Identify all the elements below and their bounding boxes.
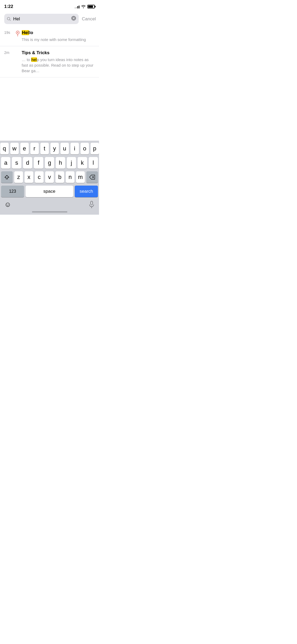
key-g[interactable]: g <box>45 157 54 169</box>
results-list: 19s Hello This is my note with some form… <box>0 26 99 77</box>
key-h[interactable]: h <box>56 157 65 169</box>
key-z[interactable]: z <box>14 171 23 183</box>
key-e[interactable]: e <box>20 143 29 154</box>
result-title-highlight: Hel <box>22 30 29 35</box>
key-v[interactable]: v <box>45 171 54 183</box>
key-o[interactable]: o <box>81 143 89 154</box>
key-b[interactable]: b <box>55 171 64 183</box>
space-key[interactable]: space <box>26 186 73 197</box>
key-r[interactable]: r <box>30 143 39 154</box>
key-u[interactable]: u <box>60 143 69 154</box>
result-time: 2m <box>4 50 14 55</box>
home-indicator <box>0 210 99 215</box>
key-q[interactable]: q <box>0 143 9 154</box>
keyboard-row-4: 123 space search <box>1 186 98 197</box>
status-icons <box>75 4 95 9</box>
result-title-rest: lo <box>29 30 33 35</box>
search-bar-container: Cancel <box>0 12 99 26</box>
wifi-icon <box>81 4 86 9</box>
keyboard-row-2: a s d f g h j k l <box>1 157 98 169</box>
keyboard-rows: q w e r t y u i o p a s d f g h j k l <box>0 141 99 198</box>
result-title: Hello <box>22 30 95 36</box>
numbers-key[interactable]: 123 <box>1 186 24 197</box>
signal-icon <box>75 5 79 8</box>
svg-rect-4 <box>91 201 93 205</box>
key-k[interactable]: k <box>78 157 87 169</box>
preview-prefix: … to <box>22 57 31 62</box>
svg-point-3 <box>17 32 18 33</box>
keyboard-row-1: q w e r t y u i o p <box>1 143 98 154</box>
no-icon-spacer <box>14 50 22 50</box>
preview-highlight: hel <box>31 57 37 62</box>
search-icon <box>7 17 11 21</box>
keyboard-bottom-bar: ☺ <box>0 198 99 210</box>
key-n[interactable]: n <box>66 171 74 183</box>
key-m[interactable]: m <box>76 171 85 183</box>
key-c[interactable]: c <box>35 171 44 183</box>
key-t[interactable]: t <box>40 143 49 154</box>
key-a[interactable]: a <box>1 157 10 169</box>
status-time: 1:22 <box>4 4 13 9</box>
list-item[interactable]: 19s Hello This is my note with some form… <box>0 26 99 46</box>
microphone-key[interactable] <box>88 201 95 208</box>
battery-icon <box>87 5 95 8</box>
result-content: Hello This is my note with some formatti… <box>22 30 95 42</box>
key-y[interactable]: y <box>50 143 59 154</box>
status-bar: 1:22 <box>0 0 99 12</box>
key-p[interactable]: p <box>91 143 99 154</box>
keyboard-row-3: z x c v b n m <box>1 171 98 183</box>
result-preview: … to help you turn ideas into notes as f… <box>22 57 95 73</box>
keyboard: q w e r t y u i o p a s d f g h j k l <box>0 141 99 215</box>
key-f[interactable]: f <box>34 157 43 169</box>
search-input-wrapper[interactable] <box>4 14 79 24</box>
emoji-key[interactable]: ☺ <box>4 200 11 209</box>
key-x[interactable]: x <box>25 171 33 183</box>
key-j[interactable]: j <box>67 157 76 169</box>
home-bar <box>32 211 67 213</box>
result-title: Tips & Tricks <box>22 50 95 56</box>
search-key[interactable]: search <box>75 186 98 197</box>
key-i[interactable]: i <box>70 143 79 154</box>
pin-icon-wrapper <box>14 30 22 38</box>
key-l[interactable]: l <box>89 157 98 169</box>
cancel-button[interactable]: Cancel <box>82 16 96 22</box>
key-w[interactable]: w <box>10 143 19 154</box>
result-content: Tips & Tricks … to help you turn ideas i… <box>22 50 95 73</box>
delete-key[interactable] <box>86 171 98 183</box>
search-clear-button[interactable] <box>71 16 76 22</box>
pin-icon <box>15 30 20 38</box>
search-input[interactable] <box>13 16 69 22</box>
result-time: 19s <box>4 30 14 35</box>
key-s[interactable]: s <box>12 157 21 169</box>
list-item[interactable]: 2m Tips & Tricks … to help you turn idea… <box>0 46 99 77</box>
result-preview: This is my note with some formatting <box>22 37 95 42</box>
shift-key[interactable] <box>1 171 13 183</box>
key-d[interactable]: d <box>23 157 32 169</box>
